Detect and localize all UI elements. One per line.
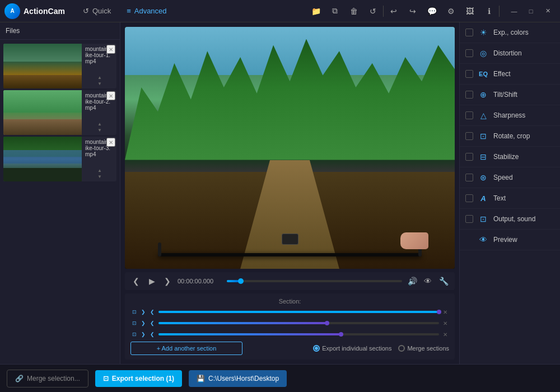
checkbox-effect[interactable] bbox=[465, 70, 473, 78]
export-individual-radio[interactable] bbox=[313, 345, 320, 352]
file-close-1[interactable]: ✕ bbox=[106, 45, 115, 54]
section-icon-copy3[interactable]: ⊡ bbox=[130, 330, 138, 338]
delete-btn[interactable]: 🗑 bbox=[346, 3, 362, 19]
export-options: Export individual sections Merge section… bbox=[313, 345, 449, 352]
right-panel: ☀ Exp., colors ◎ Distortion EQ Effect ⊕ … bbox=[459, 22, 560, 364]
arrow-up-icon[interactable]: ▲ bbox=[97, 168, 102, 173]
undo-btn[interactable]: ↩ bbox=[386, 3, 402, 19]
right-item-tilt-shift[interactable]: ⊕ Tilt/Shift bbox=[460, 85, 560, 105]
menu-icon: ≡ bbox=[127, 7, 131, 15]
duplicate-btn[interactable]: ⧉ bbox=[327, 3, 343, 19]
section-icon-copy2[interactable]: ⊡ bbox=[130, 319, 138, 327]
refresh-btn[interactable]: ↺ bbox=[365, 3, 381, 19]
section-close-3[interactable]: ✕ bbox=[441, 332, 449, 338]
export-individual-option[interactable]: Export individual sections bbox=[313, 345, 391, 352]
video-background bbox=[125, 27, 455, 269]
merge-sections-option[interactable]: Merge sections bbox=[398, 345, 449, 352]
merge-sections-label: Merge sections bbox=[407, 345, 449, 352]
quick-nav-btn[interactable]: ↺ Quick bbox=[76, 4, 118, 17]
right-item-stabilize[interactable]: ⊟ Stabilize bbox=[460, 147, 560, 167]
arrow-up-icon[interactable]: ▲ bbox=[97, 122, 102, 127]
section-icon-copy[interactable]: ⊡ bbox=[130, 308, 138, 316]
right-item-output-sound[interactable]: ⊡ Output, sound bbox=[460, 209, 560, 230]
next-btn[interactable]: ❯ bbox=[162, 276, 173, 287]
file-list: mountain-bike-tour-1.mp4 ✕ ▲ ▼ mountain-… bbox=[0, 40, 120, 364]
right-item-distortion[interactable]: ◎ Distortion bbox=[460, 43, 560, 64]
redo-btn[interactable]: ↪ bbox=[405, 3, 421, 19]
right-item-exp-colors[interactable]: ☀ Exp., colors bbox=[460, 22, 560, 43]
arrow-down-icon[interactable]: ▼ bbox=[97, 128, 102, 133]
right-item-text[interactable]: A Text bbox=[460, 188, 560, 209]
toolbar-left-icons: 📁 ⧉ 🗑 ↺ bbox=[308, 3, 381, 19]
export-icon: ⊡ bbox=[103, 375, 109, 382]
maximize-btn[interactable]: □ bbox=[523, 6, 539, 17]
section-slider-2[interactable] bbox=[158, 322, 439, 324]
section-icon-next[interactable]: ❯ bbox=[139, 308, 147, 316]
section-close-1[interactable]: ✕ bbox=[441, 309, 449, 315]
advanced-nav-btn[interactable]: ≡ Advanced bbox=[120, 4, 173, 17]
list-item[interactable]: mountain-bike-tour-3.mp4 ✕ ▲ ▼ bbox=[3, 137, 116, 181]
rotate-crop-label: Rotate, crop bbox=[493, 132, 554, 140]
chat-btn[interactable]: 💬 bbox=[424, 3, 440, 19]
add-section-btn[interactable]: + Add another section bbox=[130, 342, 242, 355]
list-item[interactable]: mountain-bike-tour-2.mp4 ✕ ▲ ▼ bbox=[3, 90, 116, 135]
view-btn[interactable]: 👁 bbox=[422, 276, 433, 287]
nav-buttons: ↺ Quick ≡ Advanced bbox=[76, 4, 174, 17]
title-bar: A ActionCam ↺ Quick ≡ Advanced 📁 ⧉ 🗑 ↺ ↩… bbox=[0, 0, 560, 22]
arrow-down-icon[interactable]: ▼ bbox=[97, 81, 102, 86]
file-close-2[interactable]: ✕ bbox=[106, 91, 115, 100]
right-item-effect[interactable]: EQ Effect bbox=[460, 64, 560, 85]
info-btn[interactable]: ℹ bbox=[481, 3, 497, 19]
right-item-sharpness[interactable]: △ Sharpness bbox=[460, 105, 560, 126]
section-icon-next2[interactable]: ❯ bbox=[139, 319, 147, 327]
export-selection-btn[interactable]: ⊡ Export selection (1) bbox=[95, 370, 182, 387]
section-icon-prev3[interactable]: ❮ bbox=[148, 330, 156, 338]
file-thumbnail-2 bbox=[3, 90, 82, 135]
section-slider-3[interactable] bbox=[158, 333, 439, 335]
destination-btn[interactable]: 💾 C:\Users\Horst\Desktop bbox=[189, 370, 287, 387]
link-icon: 🔗 bbox=[15, 375, 24, 382]
settings-btn[interactable]: ⚙ bbox=[443, 3, 459, 19]
close-btn[interactable]: ✕ bbox=[540, 6, 556, 17]
open-folder-btn[interactable]: 📁 bbox=[308, 3, 324, 19]
checkbox-stabilize[interactable] bbox=[465, 153, 473, 161]
checkbox-text[interactable] bbox=[465, 194, 473, 202]
merge-selection-btn[interactable]: 🔗 Merge selection... bbox=[7, 370, 88, 388]
prev-btn[interactable]: ❮ bbox=[130, 276, 142, 287]
section-icon-next3[interactable]: ❯ bbox=[139, 330, 147, 338]
play-btn[interactable]: ▶ bbox=[146, 276, 157, 287]
arrow-up-icon[interactable]: ▲ bbox=[97, 75, 102, 80]
section-slider-1[interactable] bbox=[158, 311, 439, 313]
settings-icon-btn[interactable]: 🔧 bbox=[438, 276, 449, 287]
minimize-btn[interactable]: — bbox=[506, 6, 522, 17]
right-item-preview[interactable]: 👁 Preview bbox=[460, 230, 560, 250]
section-close-2[interactable]: ✕ bbox=[441, 320, 449, 326]
progress-bar[interactable] bbox=[227, 280, 402, 282]
export-icon-btn[interactable]: 🖼 bbox=[462, 3, 478, 19]
checkbox-exp-colors[interactable] bbox=[465, 29, 473, 36]
checkbox-tilt-shift[interactable] bbox=[465, 91, 473, 99]
checkbox-distortion[interactable] bbox=[465, 49, 473, 57]
volume-btn[interactable]: 🔊 bbox=[407, 276, 418, 287]
main-layout: Files mountain-bike-tour-1.mp4 ✕ ▲ ▼ bbox=[0, 22, 560, 364]
section-icon-prev2[interactable]: ❮ bbox=[148, 319, 156, 327]
right-item-speed[interactable]: ⊛ Speed bbox=[460, 167, 560, 188]
save-icon: 💾 bbox=[197, 375, 205, 382]
video-preview bbox=[125, 27, 455, 269]
controls-row: ❮ ▶ ❯ 00:00:00.000 🔊 👁 🔧 bbox=[130, 276, 449, 287]
section-icon-prev[interactable]: ❮ bbox=[148, 308, 156, 316]
files-header: Files bbox=[0, 22, 120, 40]
file-info-2: mountain-bike-tour-2.mp4 ✕ ▲ ▼ bbox=[82, 90, 116, 135]
merge-sections-radio[interactable] bbox=[398, 345, 405, 352]
effect-label: Effect bbox=[493, 70, 554, 78]
right-item-rotate-crop[interactable]: ⊡ Rotate, crop bbox=[460, 126, 560, 147]
checkbox-output-sound[interactable] bbox=[465, 215, 473, 223]
checkbox-sharpness[interactable] bbox=[465, 111, 473, 119]
list-item[interactable]: mountain-bike-tour-1.mp4 ✕ ▲ ▼ bbox=[3, 44, 116, 88]
arrow-down-icon[interactable]: ▼ bbox=[97, 174, 102, 179]
app-logo: A bbox=[4, 3, 20, 19]
checkbox-speed[interactable] bbox=[465, 174, 473, 181]
exp-colors-label: Exp., colors bbox=[493, 29, 554, 36]
file-close-3[interactable]: ✕ bbox=[106, 138, 115, 147]
checkbox-rotate-crop[interactable] bbox=[465, 132, 473, 140]
